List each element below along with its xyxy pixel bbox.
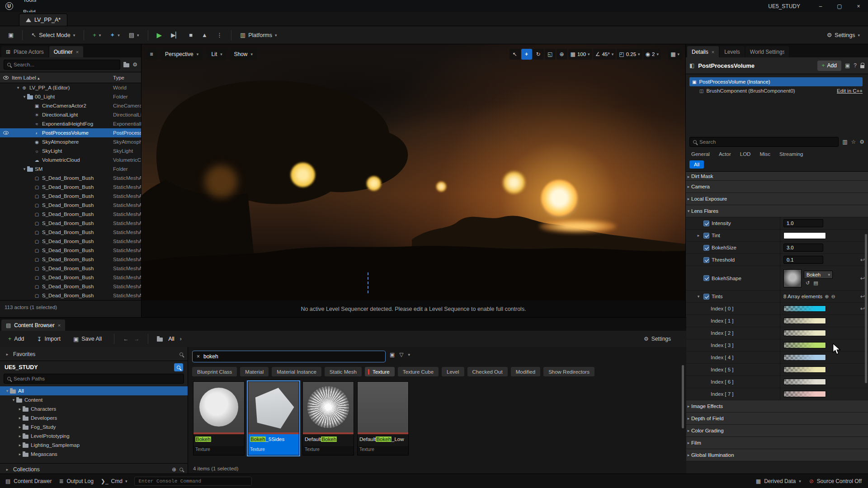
- property-bokehshape[interactable]: BokehShape Bokeh▾ ↺▤ ↩: [686, 266, 868, 291]
- asset-thumbnail[interactable]: [783, 269, 802, 287]
- favorites-section[interactable]: ▸ Favorites: [0, 349, 188, 360]
- blueprints-button[interactable]: ✦▾: [106, 29, 123, 41]
- expander-icon[interactable]: ▾: [15, 85, 21, 90]
- close-icon[interactable]: ×: [76, 49, 79, 55]
- reset-to-default-icon[interactable]: ↩: [860, 305, 865, 312]
- console-command-field[interactable]: [134, 477, 252, 486]
- property-index-6[interactable]: Index [ 6 ]: [686, 376, 868, 388]
- clear-search-icon[interactable]: ×: [197, 353, 200, 360]
- tab-details[interactable]: Details×: [687, 46, 719, 57]
- property-index-2[interactable]: Index [ 2 ]: [686, 327, 868, 339]
- folder-lighting-samplemap[interactable]: ▸ Lighting_Samplemap: [0, 441, 188, 450]
- property-tints[interactable]: ▾Tints 8 Array elements ⊕ ⊖ ↩: [686, 291, 868, 303]
- output-log-button[interactable]: ≣ Output Log: [59, 478, 93, 484]
- folder-megascans[interactable]: ▸ Megascans: [0, 450, 188, 459]
- folder-content[interactable]: ▾ Content: [0, 395, 188, 404]
- column-type[interactable]: Type: [113, 75, 141, 80]
- viewport-show-button[interactable]: Show ▾: [229, 49, 257, 60]
- outliner-row-s-dead-broom-bush[interactable]: ▢ S_Dead_Broom_Bush StaticMeshActor: [0, 192, 141, 201]
- category-camera[interactable]: ▸Camera: [686, 181, 868, 193]
- outliner-search-input[interactable]: Search...: [4, 60, 120, 70]
- reset-to-default-icon[interactable]: ↩: [860, 275, 865, 282]
- unreal-logo-icon[interactable]: U: [0, 2, 18, 10]
- value-input[interactable]: 1.0: [783, 219, 823, 227]
- outliner-row-s-dead-broom-bush[interactable]: ▢ S_Dead_Broom_Bush StaticMeshActor: [0, 264, 141, 273]
- outliner-row-exponentialheightfog[interactable]: ≈ ExponentialHeightFog ExponentialHeight…: [0, 119, 141, 128]
- details-filter-misc[interactable]: Misc: [760, 151, 770, 157]
- filter-chip-show-redirectors[interactable]: Show Redirectors: [543, 367, 594, 376]
- project-section[interactable]: UE5_STUDY: [0, 362, 188, 373]
- tint-color-swatch[interactable]: [783, 305, 826, 312]
- folder-all[interactable]: ▾ All: [0, 386, 188, 395]
- asset-search-field[interactable]: ×: [192, 351, 386, 362]
- folder-developers[interactable]: ▸ Developers: [0, 413, 188, 422]
- property-tint[interactable]: ▸Tint: [686, 230, 868, 242]
- property-index-5[interactable]: Index [ 5 ]: [686, 364, 868, 376]
- category-dirt-mask[interactable]: ▸Dirt Mask: [686, 172, 868, 181]
- expander-icon[interactable]: ▾: [11, 398, 16, 402]
- viewport-perspective-button[interactable]: Perspective ▾: [160, 49, 203, 60]
- add-asset-button[interactable]: +Add: [5, 333, 28, 344]
- outliner-settings-icon[interactable]: ⚙: [132, 61, 137, 68]
- category-film[interactable]: ▸Film: [686, 437, 868, 449]
- scale-tool-button[interactable]: ◱: [545, 49, 556, 60]
- outliner-row-lv-pp-a-editor[interactable]: ▾ ⊕ LV_PP_A (Editor) World: [0, 83, 141, 92]
- lock-icon[interactable]: [860, 65, 864, 68]
- rotate-tool-button[interactable]: ↻: [533, 49, 544, 60]
- filter-funnel-icon[interactable]: ▽: [399, 352, 403, 358]
- panel-layout-icon[interactable]: ▣: [845, 62, 850, 69]
- content-drawer-button[interactable]: ▤ Content Drawer: [5, 478, 52, 484]
- outliner-row-s-dead-broom-bush[interactable]: ▢ S_Dead_Broom_Bush StaticMeshActor: [0, 228, 141, 237]
- expander-icon[interactable]: ▸: [686, 453, 691, 457]
- tint-color-swatch[interactable]: [783, 318, 826, 324]
- camera-speed-button[interactable]: ◉2▾: [643, 49, 661, 60]
- asset-grid-scrollbar[interactable]: [682, 365, 684, 428]
- expander-icon[interactable]: ▸: [5, 467, 10, 472]
- expander-icon[interactable]: ▾: [22, 94, 27, 99]
- play-options-button[interactable]: ⋮: [213, 29, 226, 41]
- folder-characters[interactable]: ▸ Characters: [0, 404, 188, 413]
- world-space-button[interactable]: ⊕: [557, 49, 567, 60]
- filter-chip-material-instance[interactable]: Material Instance: [272, 367, 321, 376]
- add-element-icon[interactable]: ⊕: [825, 294, 829, 300]
- tint-color-swatch[interactable]: [783, 379, 826, 385]
- search-paths-input[interactable]: Search Paths: [4, 374, 184, 384]
- outliner-row-s-dead-broom-bush[interactable]: ▢ S_Dead_Broom_Bush StaticMeshActor: [0, 273, 141, 282]
- tab-world-settings[interactable]: World Settings: [745, 46, 789, 57]
- search-icon[interactable]: [179, 352, 183, 356]
- import-button[interactable]: ↧Import: [33, 333, 64, 345]
- outliner-row-directionallight[interactable]: ☀ DirectionalLight DirectionalLight: [0, 110, 141, 119]
- new-folder-icon[interactable]: [123, 63, 129, 67]
- outliner-row-s-dead-broom-bush[interactable]: ▢ S_Dead_Broom_Bush StaticMeshActor: [0, 174, 141, 183]
- save-button[interactable]: ▣: [5, 29, 17, 41]
- path-search-button[interactable]: [174, 363, 183, 371]
- filter-chip-texture-cube[interactable]: Texture Cube: [398, 367, 439, 376]
- outliner-row-s-dead-broom-bush[interactable]: ▢ S_Dead_Broom_Bush StaticMeshActor: [0, 219, 141, 228]
- selected-instance-row[interactable]: ▣ PostProcessVolume (Instance): [689, 77, 863, 86]
- favorites-star-icon[interactable]: ☆: [851, 139, 856, 145]
- expander-icon[interactable]: ▸: [686, 404, 691, 408]
- outliner-row-s-dead-broom-bush[interactable]: ▢ S_Dead_Broom_Bush StaticMeshActor: [0, 255, 141, 264]
- expander-icon[interactable]: ▸: [17, 452, 23, 456]
- derived-data-button[interactable]: ▦ Derived Data ▾: [756, 478, 801, 484]
- tab-place-actors[interactable]: ⊞ Place Actors: [1, 46, 48, 57]
- property-checkbox[interactable]: [703, 294, 709, 300]
- tab-levels[interactable]: Levels: [720, 46, 745, 57]
- expander-icon[interactable]: ▸: [686, 184, 691, 189]
- folder-levelprototyping[interactable]: ▸ LevelPrototyping: [0, 432, 188, 441]
- outliner-row-00-light[interactable]: ▾ 00_Light Folder: [0, 92, 141, 101]
- level-viewport[interactable]: ≡ Perspective ▾Lit ▾Show ▾ ↖ + ↻ ◱ ⊕ ▦10…: [142, 44, 685, 317]
- viewport-layout-button[interactable]: ▦▾: [668, 49, 682, 60]
- expander-icon[interactable]: ▸: [17, 416, 23, 420]
- outliner-row-s-dead-broom-bush[interactable]: ▢ S_Dead_Broom_Bush StaticMeshActor: [0, 282, 141, 291]
- breadcrumb[interactable]: All: [168, 336, 174, 342]
- outliner-row-skyatmosphere[interactable]: ◉ SkyAtmosphere SkyAtmosphere: [0, 137, 141, 146]
- rotation-snap-button[interactable]: ∠45°▾: [593, 49, 616, 60]
- restore-button[interactable]: ▢: [830, 0, 849, 12]
- asset-tile-bokeh-5sides[interactable]: Bokeh_5Sides Texture: [248, 381, 299, 455]
- details-search-input[interactable]: Search: [689, 137, 839, 147]
- filter-chip-texture[interactable]: Texture: [365, 367, 395, 376]
- outliner-row-s-dead-broom-bush[interactable]: ▢ S_Dead_Broom_Bush StaticMeshActor: [0, 246, 141, 255]
- value-input[interactable]: 3.0: [783, 244, 823, 252]
- column-item-label[interactable]: Item Label ▴: [12, 75, 113, 80]
